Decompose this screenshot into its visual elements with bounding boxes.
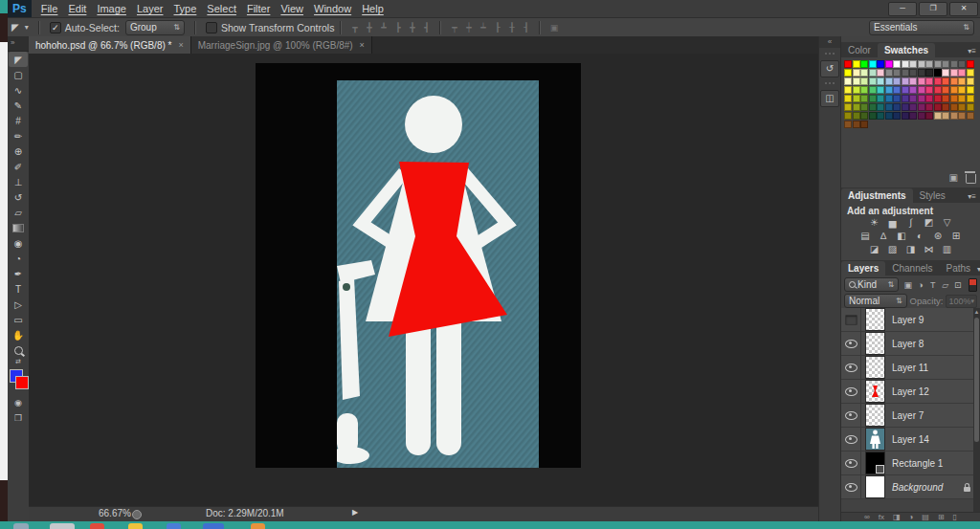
swatch[interactable] — [902, 95, 909, 102]
swatch[interactable] — [902, 86, 909, 94]
eraser-tool[interactable]: ▱ — [9, 205, 28, 220]
swatch[interactable] — [958, 77, 966, 85]
zoom-level-field[interactable]: 66.67% — [99, 508, 131, 518]
layer-row[interactable]: Layer 9 — [841, 308, 980, 332]
swatch[interactable] — [860, 112, 868, 120]
taskbar-item[interactable] — [13, 523, 29, 529]
swatch[interactable] — [902, 77, 909, 85]
quick-selection-tool[interactable]: ✎ — [9, 98, 28, 113]
path-selection-tool[interactable]: ▷ — [9, 297, 28, 312]
document-tab[interactable]: MarriageSign.jpg @ 100% (RGB/8#)× — [191, 36, 372, 54]
taskbar-item[interactable] — [128, 523, 143, 529]
taskbar-item[interactable] — [167, 523, 181, 529]
swatch[interactable] — [909, 112, 917, 120]
swatch[interactable] — [885, 95, 893, 102]
swatch[interactable] — [934, 86, 942, 94]
new-swatch-icon[interactable]: ▣ — [949, 172, 958, 183]
distribute-vertical-centers-icon[interactable]: ┿ — [461, 23, 476, 33]
tool-preset-picker[interactable]: ◤ ▾ — [8, 22, 33, 33]
swatch[interactable] — [877, 60, 884, 68]
swatch[interactable] — [967, 77, 974, 85]
tab-styles[interactable]: Styles — [913, 188, 952, 203]
windows-taskbar[interactable] — [0, 521, 980, 529]
swatch[interactable] — [885, 60, 893, 68]
swatch[interactable] — [967, 86, 974, 94]
tab-paths[interactable]: Paths — [940, 261, 978, 276]
align-horizontal-centers-icon[interactable]: ╋ — [405, 23, 419, 33]
swatch[interactable] — [958, 86, 966, 94]
swatch[interactable] — [909, 69, 917, 77]
dodge-tool[interactable]: ◔ — [9, 251, 28, 266]
swatch[interactable] — [893, 60, 901, 68]
auto-select-target-dropdown[interactable]: Group ⇅ — [125, 20, 185, 35]
swatch[interactable] — [869, 60, 877, 68]
layer-row[interactable]: Layer 12 — [841, 380, 980, 404]
tools-panel-collapse[interactable]: » — [8, 36, 29, 52]
align-vertical-centers-icon[interactable]: ╋ — [362, 23, 376, 33]
swatch[interactable] — [877, 95, 884, 102]
levels-icon[interactable]: ▅ — [885, 217, 900, 231]
swatch[interactable] — [950, 86, 958, 94]
menu-view[interactable]: View — [280, 3, 303, 14]
align-bottom-edges-icon[interactable]: ┻ — [376, 23, 390, 33]
distribute-left-edges-icon[interactable]: ┠ — [490, 23, 504, 33]
swatch[interactable] — [853, 60, 860, 68]
swatch[interactable] — [902, 112, 909, 120]
lasso-tool[interactable]: ∿ — [9, 82, 28, 98]
restore-button[interactable]: ❐ — [919, 2, 947, 16]
swatch[interactable] — [909, 103, 917, 111]
swatch[interactable] — [934, 69, 942, 77]
swatch[interactable] — [885, 77, 893, 85]
swatch[interactable] — [925, 103, 933, 111]
swatch[interactable] — [860, 103, 868, 111]
swatch[interactable] — [918, 86, 925, 94]
menu-edit[interactable]: Edit — [68, 3, 86, 14]
swatch[interactable] — [967, 112, 974, 120]
distribute-top-edges-icon[interactable]: ┯ — [447, 23, 461, 33]
layer-row[interactable]: Layer 11 — [841, 356, 980, 380]
blur-tool[interactable]: ◉ — [9, 235, 28, 251]
tab-close-button[interactable]: × — [360, 40, 365, 50]
swatch[interactable] — [942, 103, 949, 111]
document-canvas[interactable] — [256, 63, 581, 468]
swatch[interactable] — [950, 77, 958, 85]
invert-icon[interactable]: ◪ — [867, 244, 881, 257]
swatch[interactable] — [925, 77, 933, 85]
swatch[interactable] — [934, 95, 942, 102]
swatch[interactable] — [934, 103, 942, 111]
layer-row[interactable]: Background — [841, 475, 980, 499]
filter-smart-objects-icon[interactable]: ⊡ — [951, 280, 964, 290]
swatch[interactable] — [950, 60, 958, 68]
menu-layer[interactable]: Layer — [137, 3, 164, 14]
document-tab[interactable]: hohoho.psd @ 66.7% (RGB/8) *× — [29, 36, 191, 54]
swatch[interactable] — [918, 103, 925, 111]
menu-type[interactable]: Type — [174, 3, 197, 14]
link-layers-icon[interactable]: ∞ — [864, 513, 870, 521]
brightness-contrast-icon[interactable]: ☀ — [867, 217, 881, 231]
swatch[interactable] — [877, 86, 884, 94]
swatch[interactable] — [909, 95, 917, 102]
swatch[interactable] — [893, 103, 901, 111]
zoom-tool[interactable] — [9, 342, 28, 358]
type-tool[interactable]: T — [9, 281, 28, 297]
swatch[interactable] — [844, 121, 852, 128]
layer-row[interactable]: Rectangle 1 — [841, 452, 980, 475]
new-layer-icon[interactable]: ⊞ — [938, 513, 945, 521]
swatch[interactable] — [853, 69, 860, 77]
status-flyout-arrow[interactable]: ▶ — [352, 508, 358, 517]
swatch[interactable] — [942, 60, 949, 68]
distribute-right-edges-icon[interactable]: ┨ — [519, 23, 533, 33]
auto-select-checkbox[interactable]: ✓ — [50, 22, 61, 33]
minimize-button[interactable]: ─ — [888, 2, 917, 16]
auto-align-layers-icon[interactable]: ▣ — [546, 23, 561, 33]
swatch[interactable] — [853, 121, 860, 128]
swatch[interactable] — [967, 95, 974, 102]
swatch[interactable] — [902, 69, 909, 77]
swatch[interactable] — [909, 60, 917, 68]
swatch[interactable] — [844, 69, 852, 77]
shape-tool[interactable]: ▭ — [9, 312, 28, 327]
pasteboard[interactable] — [29, 54, 820, 507]
swatch[interactable] — [853, 103, 860, 111]
swatch[interactable] — [869, 95, 877, 102]
swatch[interactable] — [844, 112, 852, 120]
